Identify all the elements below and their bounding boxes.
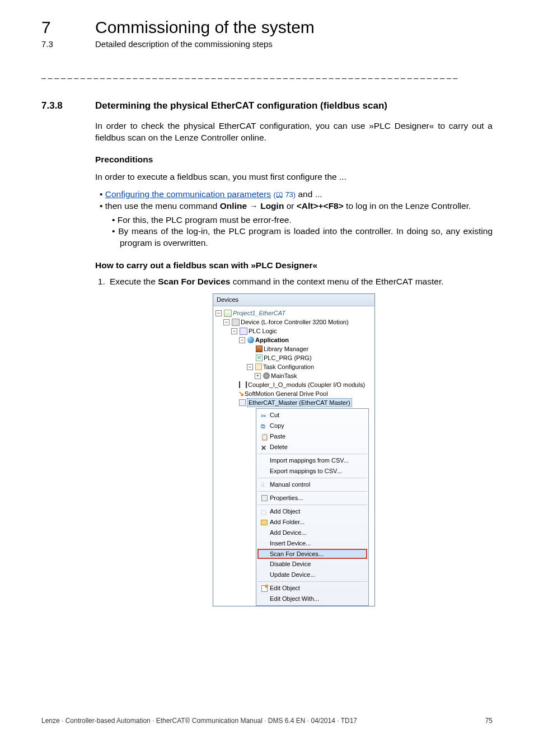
step-1: Execute the Scan For Devices command in … <box>107 276 493 288</box>
howto-heading: How to carry out a fieldbus scan with »P… <box>95 260 317 272</box>
ctx-cut[interactable]: ✂Cut <box>256 410 368 421</box>
tree-collapse-icon[interactable]: − <box>216 310 222 316</box>
ctx-copy[interactable]: ⧉Copy <box>256 421 368 431</box>
instruction-icon <box>41 258 95 273</box>
ctx-delete[interactable]: ✕Delete <box>256 442 368 452</box>
ctx-properties[interactable]: Properties... <box>256 493 368 503</box>
ctx-edit-object-with[interactable]: Edit Object With... <box>256 594 368 604</box>
tree-ecat-master[interactable]: EtherCAT_Master (EtherCAT Master) <box>247 398 352 408</box>
tree-libmgr[interactable]: Library Manager <box>264 345 308 353</box>
intro-paragraph: In order to check the physical EtherCAT … <box>95 120 493 144</box>
tree-plclogic[interactable]: PLC Logic <box>249 327 277 335</box>
paste-icon: 📋 <box>261 433 268 440</box>
bullet-login-item: then use the menu command Online → Login… <box>107 200 493 250</box>
subsection-title: Determining the physical EtherCAT config… <box>95 100 387 111</box>
ctx-add-folder[interactable]: Add Folder... <box>256 517 368 528</box>
ctx-paste[interactable]: 📋Paste <box>256 431 368 442</box>
ctx-add-device[interactable]: Add Device... <box>256 528 368 538</box>
edit-icon <box>261 585 268 592</box>
prg-icon <box>256 354 263 361</box>
ctx-insert-device[interactable]: Insert Device... <box>256 538 368 549</box>
ctx-export-csv[interactable]: Export mappings to CSV... <box>256 466 368 477</box>
subbullet-errorfree: For this, the PLC program must be error-… <box>120 214 493 226</box>
config-comm-link[interactable]: Configuring the communication parameters <box>105 189 271 199</box>
project-icon <box>224 310 232 317</box>
manual-icon: ☟ <box>261 481 268 488</box>
ctx-edit-object[interactable]: Edit Object <box>256 583 368 594</box>
tree-project[interactable]: Project1_EtherCAT <box>233 309 285 318</box>
task-config-icon <box>255 363 262 370</box>
ctx-update-device[interactable]: Update Device... <box>256 570 368 580</box>
add-object-icon: ▢ <box>261 508 268 515</box>
tree-coupler[interactable]: Coupler_I_O_moduls (Coupler I/O moduls) <box>248 381 365 389</box>
tree-collapse-icon[interactable]: − <box>231 328 237 334</box>
tree-device[interactable]: Device (L-force Controller 3200 Motion) <box>241 318 349 326</box>
properties-icon <box>261 495 268 501</box>
chapter-title: Commissioning of the system <box>95 18 315 37</box>
bullet-link-item: Configuring the communication parameters… <box>107 189 493 200</box>
context-menu: ✂Cut ⧉Copy 📋Paste ✕Delete Import mapping… <box>256 408 369 606</box>
tree-collapse-icon[interactable]: − <box>239 337 245 343</box>
devices-panel-title: Devices <box>213 294 374 306</box>
page-number: 75 <box>485 717 493 725</box>
subbullet-overwrite: By means of the log-in, the PLC program … <box>120 226 493 249</box>
copy-icon: ⧉ <box>261 422 268 430</box>
section-title: Detailed description of the commissionin… <box>95 39 273 49</box>
ctx-manual-control[interactable]: ☟Manual control <box>256 479 368 490</box>
tree-prg[interactable]: PLC_PRG (PRG) <box>264 354 312 362</box>
ctx-import-csv[interactable]: Import mappings from CSV... <box>256 455 368 466</box>
device-icon <box>232 319 240 326</box>
maintask-icon <box>263 372 270 379</box>
section-number: 7.3 <box>41 39 95 49</box>
tree-expand-icon[interactable]: + <box>255 373 261 379</box>
ctx-scan-for-devices[interactable]: Scan For Devices... <box>257 549 367 559</box>
ctx-disable-device[interactable]: Disable Device <box>256 559 368 570</box>
subsection-number: 7.3.8 <box>41 100 95 111</box>
tree-collapse-icon[interactable]: − <box>223 319 229 325</box>
delete-icon: ✕ <box>261 444 268 451</box>
application-icon <box>247 337 254 343</box>
tree-softmotion[interactable]: SoftMotion General Drive Pool <box>245 390 328 398</box>
tree-collapse-icon[interactable]: − <box>247 364 253 370</box>
link-tail: and ... <box>296 189 322 199</box>
plc-logic-icon <box>240 328 247 335</box>
separator-dashes: _ _ _ _ _ _ _ _ _ _ _ _ _ _ _ _ _ _ _ _ … <box>41 70 493 79</box>
ctx-add-object[interactable]: ▢Add Object <box>256 506 368 517</box>
chapter-number: 7 <box>41 18 95 37</box>
tree-application[interactable]: Application <box>255 336 289 344</box>
footer-text: Lenze · Controller-based Automation · Et… <box>41 717 357 725</box>
devices-panel-screenshot: Devices −Project1_EtherCAT −Device (L-fo… <box>213 293 375 606</box>
library-icon <box>256 346 263 352</box>
coupler-icon <box>239 381 247 388</box>
tree-maintask[interactable]: MainTask <box>271 372 297 380</box>
preconditions-heading: Preconditions <box>95 154 493 166</box>
ethercat-icon <box>239 399 246 406</box>
softmotion-icon: ↘ <box>238 389 245 398</box>
preconditions-text: In order to execute a fieldbus scan, you… <box>95 171 493 183</box>
cut-icon: ✂ <box>261 412 268 419</box>
tree-taskcfg[interactable]: Task Configuration <box>263 363 314 371</box>
page-ref: (🕮 73) <box>273 190 296 199</box>
folder-icon <box>261 520 268 525</box>
